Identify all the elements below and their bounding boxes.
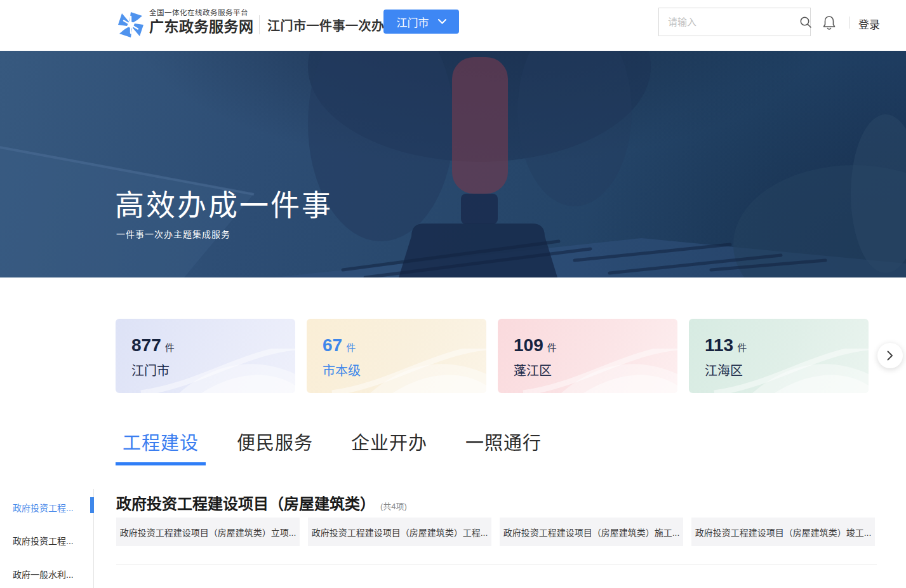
bell-icon — [822, 15, 836, 32]
tab-bianmin-fuwu[interactable]: 便民服务 — [237, 431, 313, 456]
service-item-shigong[interactable]: 政府投资工程建设项目（房屋建筑类）施工... — [500, 518, 683, 546]
stat-card-jiangmen[interactable]: 877 件 江门市 — [116, 319, 295, 393]
section-heading-text: 政府投资工程建设项目（房屋建筑类） — [116, 495, 375, 512]
header-search-box — [658, 8, 811, 36]
stat-region: 江门市 — [131, 361, 295, 379]
page: 全国一体化在线政务服务平台 广东政务服务网 江门市一件事一次办 江门市 — [0, 0, 906, 588]
banner-stamp-photo — [0, 51, 906, 277]
tab-qiye-kaiban[interactable]: 企业开办 — [351, 431, 427, 456]
stat-unit: 件 — [547, 340, 557, 354]
search-input[interactable] — [659, 17, 799, 27]
city-selector-button[interactable]: 江门市 — [383, 10, 459, 34]
stat-unit: 件 — [346, 340, 356, 354]
stat-card-pengjiang[interactable]: 109 件 蓬江区 — [498, 319, 677, 393]
stats-next-button[interactable] — [877, 343, 903, 368]
sidebar-active-indicator — [90, 497, 94, 513]
city-selector-label: 江门市 — [397, 14, 429, 30]
section-count-note: (共4项) — [380, 502, 407, 511]
service-item-gongcheng[interactable]: 政府投资工程建设项目（房屋建筑类）工程... — [308, 518, 491, 546]
stat-card-shibenji[interactable]: 67 件 市本级 — [307, 319, 486, 393]
stat-region: 市本级 — [323, 361, 486, 379]
banner-title: 高效办成一件事 — [115, 182, 333, 224]
category-tabs: 工程建设 便民服务 企业开办 一照通行 — [123, 431, 542, 456]
sidebar-item-2[interactable]: 政府投资工程... — [13, 534, 89, 547]
header-divider — [259, 15, 260, 34]
stat-unit: 件 — [165, 340, 175, 354]
header-divider-2 — [849, 17, 849, 29]
service-items-row: 政府投资工程建设项目（房屋建筑类）立项... 政府投资工程建设项目（房屋建筑类）… — [116, 518, 875, 546]
content-divider — [116, 565, 877, 565]
top-header: 全国一体化在线政务服务平台 广东政务服务网 江门市一件事一次办 江门市 — [0, 0, 906, 51]
stat-card-jianghai[interactable]: 113 件 江海区 — [689, 319, 869, 393]
site-logo-icon — [117, 11, 145, 39]
region-stats-row: 877 件 江门市 67 件 市本级 109 — [116, 319, 869, 393]
stat-unit: 件 — [737, 340, 747, 354]
tab-gongcheng-jianshe[interactable]: 工程建设 — [123, 431, 199, 456]
stat-count: 113 — [705, 335, 733, 356]
chevron-down-icon — [438, 19, 446, 24]
stat-count: 877 — [131, 335, 161, 356]
site-logo-text: 全国一体化在线政务服务平台 广东政务服务网 — [149, 10, 254, 34]
service-item-lixiang[interactable]: 政府投资工程建设项目（房屋建筑类）立项... — [116, 518, 300, 546]
search-icon — [799, 16, 812, 29]
hero-banner: 高效办成一件事 一件事一次办主题集成服务 — [0, 51, 906, 277]
stat-count: 67 — [323, 335, 342, 356]
sidebar-item-3[interactable]: 政府一般水利... — [13, 568, 89, 580]
tab-yizhao-tongxing[interactable]: 一照通行 — [465, 431, 542, 456]
sidebar-item-1[interactable]: 政府投资工程... — [13, 501, 89, 514]
stat-region: 江海区 — [705, 361, 869, 379]
stat-region: 蓬江区 — [514, 361, 677, 379]
login-link[interactable]: 登录 — [858, 16, 880, 32]
notification-bell-button[interactable] — [822, 15, 837, 33]
stat-count: 109 — [514, 335, 543, 356]
page-title: 江门市一件事一次办 — [267, 16, 385, 34]
service-item-jungong[interactable]: 政府投资工程建设项目（房屋建筑类）竣工... — [691, 518, 875, 546]
banner-subtitle: 一件事一次办主题集成服务 — [116, 227, 230, 240]
site-name: 广东政务服务网 — [149, 20, 254, 34]
chevron-right-icon — [887, 351, 893, 361]
platform-tagline: 全国一体化在线政务服务平台 — [149, 10, 254, 17]
section-heading: 政府投资工程建设项目（房屋建筑类）(共4项) — [116, 491, 407, 514]
search-button[interactable] — [799, 8, 812, 36]
